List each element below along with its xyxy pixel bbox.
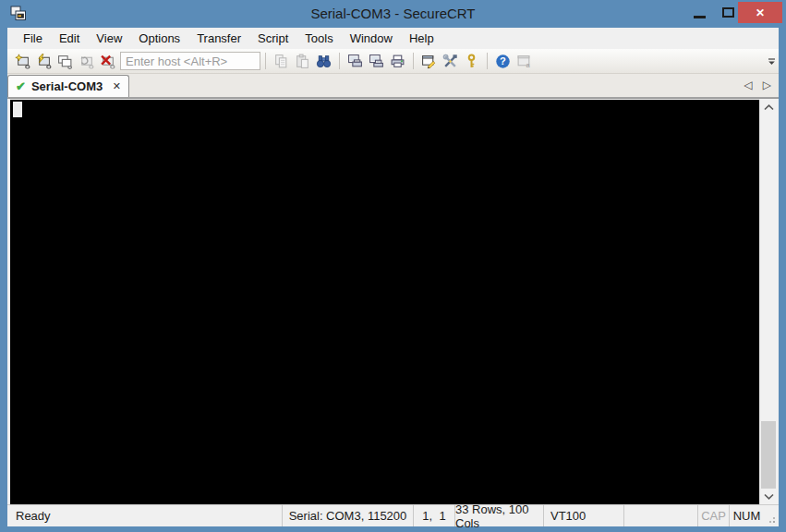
menu-tools[interactable]: Tools xyxy=(296,28,341,49)
key-agent-icon xyxy=(464,54,479,69)
tab-close-icon[interactable]: ✕ xyxy=(113,81,121,91)
chevron-up-icon xyxy=(764,104,774,111)
menu-window[interactable]: Window xyxy=(342,28,401,49)
terminal-screen[interactable] xyxy=(10,100,759,504)
copy-icon xyxy=(273,54,289,69)
connected-check-icon: ✔ xyxy=(16,80,26,92)
session-options-icon xyxy=(421,54,437,69)
menu-edit[interactable]: Edit xyxy=(51,28,88,49)
reconnect-button[interactable] xyxy=(76,51,97,71)
status-terminal-size: 33 Rows, 100 Cols xyxy=(454,505,543,526)
paste-icon xyxy=(295,54,310,69)
auto-print-icon xyxy=(369,54,384,69)
connect-in-tab-icon xyxy=(57,54,73,69)
status-emulation: VT100 xyxy=(543,505,623,526)
toolbar-separator xyxy=(265,53,266,69)
tab-label: Serial-COM3 xyxy=(31,79,103,93)
find-icon xyxy=(316,54,332,69)
status-caps-indicator: CAP xyxy=(697,505,729,526)
toolbar-separator xyxy=(487,53,488,69)
toolbar-overflow-button[interactable] xyxy=(766,55,777,68)
print-button[interactable] xyxy=(345,51,366,71)
quick-connect-icon xyxy=(36,54,52,69)
toolbar-separator xyxy=(339,53,340,69)
title-bar[interactable]: Serial-COM3 - SecureCRT ✕ xyxy=(0,0,786,28)
maximize-button[interactable] xyxy=(715,2,741,23)
launch-securefx-button[interactable]: a xyxy=(514,51,535,71)
session-options-button[interactable] xyxy=(418,51,440,71)
status-connection: Serial: COM3, 115200 xyxy=(282,505,413,526)
scroll-down-button[interactable] xyxy=(760,489,777,504)
toolbar-separator xyxy=(413,53,414,69)
tab-scroll-right-icon[interactable]: ▷ xyxy=(763,79,771,91)
disconnect-icon xyxy=(100,54,115,69)
status-num-indicator: NUM xyxy=(729,505,764,526)
print-setup-button[interactable] xyxy=(387,51,408,71)
scrollbar-thumb[interactable] xyxy=(761,421,776,489)
tab-serial-com3[interactable]: ✔ Serial-COM3 ✕ xyxy=(7,75,129,97)
menu-bar: File Edit View Options Transfer Script T… xyxy=(7,28,779,49)
menu-help[interactable]: Help xyxy=(401,28,442,49)
global-options-button[interactable] xyxy=(440,51,461,71)
chevron-down-icon xyxy=(764,493,774,500)
paste-button[interactable] xyxy=(292,51,313,71)
status-bar: Ready Serial: COM3, 115200 1, 1 33 Rows,… xyxy=(7,504,779,526)
disconnect-button[interactable] xyxy=(97,51,118,71)
svg-text:a: a xyxy=(526,61,530,69)
minimize-button[interactable] xyxy=(686,2,712,23)
window-title: Serial-COM3 - SecureCRT xyxy=(0,6,786,21)
reconnect-icon xyxy=(79,54,94,69)
menu-file[interactable]: File xyxy=(15,28,51,49)
quick-connect-button[interactable] xyxy=(33,51,54,71)
connect-icon xyxy=(15,54,30,69)
menu-options[interactable]: Options xyxy=(130,28,188,49)
connect-in-tab-button[interactable] xyxy=(54,51,76,71)
connect-button[interactable] xyxy=(12,51,33,71)
print-setup-icon xyxy=(390,54,405,69)
close-icon: ✕ xyxy=(756,6,765,19)
close-button[interactable]: ✕ xyxy=(738,2,782,23)
help-button[interactable]: ? xyxy=(492,51,514,71)
launch-securefx-icon: a xyxy=(516,54,532,69)
maximize-icon xyxy=(722,7,734,18)
global-options-icon xyxy=(442,54,458,69)
menu-script[interactable]: Script xyxy=(249,28,296,49)
status-spare-segment xyxy=(623,505,697,526)
menu-view[interactable]: View xyxy=(88,28,130,49)
host-input[interactable] xyxy=(120,52,260,70)
find-button[interactable] xyxy=(313,51,334,71)
auto-print-button[interactable] xyxy=(366,51,387,71)
help-icon: ? xyxy=(495,54,511,69)
securecrt-window: { "window": { "title": "Serial-COM3 - Se… xyxy=(0,0,786,532)
overflow-chevron-icon xyxy=(768,57,776,66)
status-ready: Ready xyxy=(7,505,282,526)
tab-scroll-left-icon[interactable]: ◁ xyxy=(744,79,753,91)
svg-text:?: ? xyxy=(500,55,506,66)
tab-scroll-controls: ◁ ▷ xyxy=(744,79,771,91)
scroll-up-button[interactable] xyxy=(760,100,777,115)
menu-transfer[interactable]: Transfer xyxy=(188,28,249,49)
copy-button[interactable] xyxy=(271,51,292,71)
status-cursor-position: 1, 1 xyxy=(413,505,454,526)
terminal-cursor xyxy=(13,102,22,117)
resize-grip[interactable] xyxy=(764,505,779,526)
toolbar: ?a xyxy=(7,49,779,74)
terminal-scrollbar[interactable] xyxy=(759,100,777,504)
minimize-icon xyxy=(694,16,706,18)
key-agent-button[interactable] xyxy=(461,51,482,71)
print-icon xyxy=(347,54,363,69)
terminal-row xyxy=(7,98,779,504)
session-tab-bar: ✔ Serial-COM3 ✕ ◁ ▷ xyxy=(7,74,779,98)
resize-grip-icon xyxy=(765,513,777,525)
